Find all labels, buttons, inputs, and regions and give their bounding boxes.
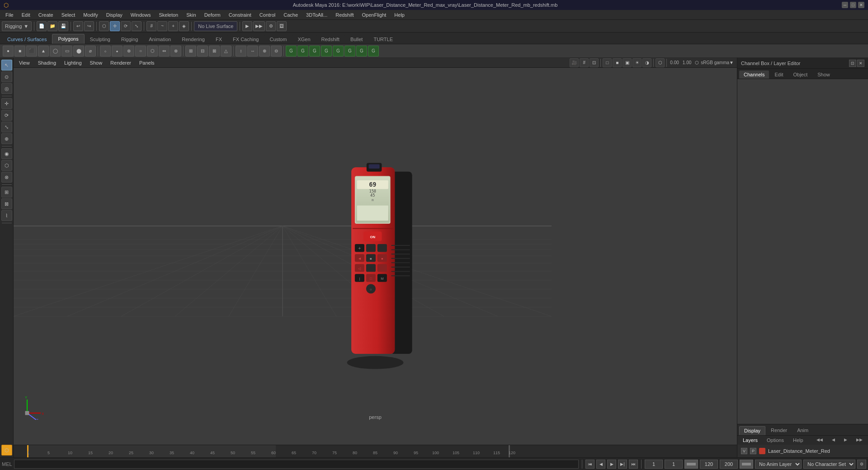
tab-rendering[interactable]: Rendering xyxy=(176,35,210,44)
move-tool-btn[interactable]: ✛ xyxy=(110,21,120,31)
shelf-ring-select-icon[interactable]: ↔ xyxy=(247,46,258,56)
move-tool[interactable]: ✛ xyxy=(1,98,12,109)
tab-turtle[interactable]: TURTLE xyxy=(368,35,398,44)
subtab-help[interactable]: Help xyxy=(789,437,807,444)
vp-menu-shading[interactable]: Shading xyxy=(34,59,60,66)
shelf-green7-icon[interactable]: G xyxy=(356,46,367,56)
shelf-green1-icon[interactable]: G xyxy=(286,46,297,56)
open-scene-btn[interactable]: 📁 xyxy=(47,21,57,31)
render-settings-btn[interactable]: ⚙ xyxy=(266,21,276,31)
menu-windows[interactable]: Windows xyxy=(127,11,155,19)
end-frame-input[interactable] xyxy=(700,460,718,469)
subtab-layers[interactable]: Layers xyxy=(739,437,761,444)
render-btn[interactable]: ▶ xyxy=(242,21,252,31)
snap-view-btn[interactable]: ◈ xyxy=(179,21,189,31)
tab-polygons[interactable]: Polygons xyxy=(52,34,84,44)
tab-object[interactable]: Object xyxy=(788,70,812,79)
goto-start-btn[interactable]: ⏮ xyxy=(585,460,594,469)
shelf-mirror-icon[interactable]: ⇔ xyxy=(159,46,170,56)
shelf-fill-icon[interactable]: ○ xyxy=(135,46,146,56)
layer-playback-btn[interactable]: P xyxy=(750,448,756,454)
shelf-extract-icon[interactable]: ⊠ xyxy=(209,46,220,56)
mel-command-input[interactable] xyxy=(14,460,579,469)
step-fwd-btn[interactable]: ▶| xyxy=(618,460,627,469)
rigging-dropdown[interactable]: Rigging ▼ xyxy=(2,21,32,31)
shelf-triangulate-icon[interactable]: △ xyxy=(221,46,231,56)
menu-help[interactable]: Help xyxy=(391,11,408,19)
vp-hud-btn[interactable]: ⊡ xyxy=(590,58,599,67)
timeline[interactable]: 1 5 10 15 20 25 30 35 40 45 50 55 60 65 … xyxy=(14,445,737,457)
menu-skin[interactable]: Skin xyxy=(183,11,199,19)
display-tab-display[interactable]: Display xyxy=(739,426,765,435)
snap-point-tool[interactable]: ⊠ xyxy=(1,198,12,209)
shelf-green2-icon[interactable]: G xyxy=(297,46,308,56)
workspace-icon[interactable]: ⬡ xyxy=(1,445,12,456)
shelf-green8-icon[interactable]: G xyxy=(368,46,379,56)
shelf-green6-icon[interactable]: G xyxy=(344,46,355,56)
shelf-append-icon[interactable]: ⊕ xyxy=(123,46,134,56)
shelf-pipe-icon[interactable]: ⌀ xyxy=(85,46,96,56)
snap-curve-tool[interactable]: ⌇ xyxy=(1,210,12,221)
minimize-button[interactable]: ─ xyxy=(842,2,848,8)
layer-nav-next[interactable]: ▶ xyxy=(840,437,851,444)
vp-menu-renderer[interactable]: Renderer xyxy=(107,59,135,66)
shelf-disk-icon[interactable]: ⬤ xyxy=(73,46,84,56)
close-button[interactable]: ✕ xyxy=(858,2,864,8)
shelf-bridge-icon[interactable]: ⬥ xyxy=(112,46,123,56)
vp-grid-btn[interactable]: # xyxy=(580,58,589,67)
show-manip-tool[interactable]: ⊗ xyxy=(1,172,12,183)
tab-show[interactable]: Show xyxy=(813,70,835,79)
subtab-options[interactable]: Options xyxy=(763,437,788,444)
vp-light-btn[interactable]: ☀ xyxy=(632,58,642,67)
menu-redshift[interactable]: Redshift xyxy=(332,11,357,19)
undo-btn[interactable]: ↩ xyxy=(73,21,83,31)
shelf-green4-icon[interactable]: G xyxy=(321,46,332,56)
display-tab-anim[interactable]: Anim xyxy=(793,426,813,435)
menu-display[interactable]: Display xyxy=(103,11,126,19)
menu-modify[interactable]: Modify xyxy=(80,11,101,19)
shelf-separate-icon[interactable]: ⊟ xyxy=(197,46,208,56)
layer-nav-prev[interactable]: ◀ xyxy=(828,437,839,444)
vp-camera-btn[interactable]: 🎥 xyxy=(570,58,579,67)
layer-color-swatch[interactable] xyxy=(759,448,765,454)
shelf-cylinder-icon[interactable]: ⬛ xyxy=(26,46,37,56)
new-scene-btn[interactable]: 📄 xyxy=(37,21,47,31)
shelf-shrink-select-icon[interactable]: ⊖ xyxy=(271,46,282,56)
panel-close-btn[interactable]: ✕ xyxy=(857,60,864,67)
snap-grid-btn[interactable]: # xyxy=(146,21,156,31)
tab-bullet[interactable]: Bullet xyxy=(345,35,368,44)
vp-menu-panels[interactable]: Panels xyxy=(136,59,158,66)
menu-create[interactable]: Create xyxy=(35,11,57,19)
paint-select-tool[interactable]: ◎ xyxy=(1,83,12,94)
scale-tool-btn[interactable]: ⤡ xyxy=(132,21,142,31)
snap-grid-tool[interactable]: ⊞ xyxy=(1,187,12,197)
tab-custom[interactable]: Custom xyxy=(264,35,292,44)
shelf-plane-icon[interactable]: ▭ xyxy=(61,46,72,56)
current-frame-input[interactable] xyxy=(665,460,683,469)
soft-mod-tool[interactable]: ◉ xyxy=(1,148,12,159)
tab-animation[interactable]: Animation xyxy=(143,35,176,44)
tab-channels[interactable]: Channels xyxy=(739,70,769,79)
anim-layer-select[interactable]: No Anim Layer xyxy=(755,460,802,469)
menu-control[interactable]: Control xyxy=(256,11,279,19)
goto-end-btn[interactable]: ⏭ xyxy=(629,460,638,469)
menu-file[interactable]: File xyxy=(2,11,17,19)
start-frame-input[interactable] xyxy=(645,460,663,469)
tab-xgen[interactable]: XGen xyxy=(292,35,316,44)
layer-item[interactable]: V P Laser_Distance_Meter_Red xyxy=(739,446,866,456)
shelf-cube-icon[interactable]: ■ xyxy=(14,46,25,56)
shelf-green5-icon[interactable]: G xyxy=(333,46,344,56)
max-frame-input[interactable] xyxy=(720,460,738,469)
lasso-tool[interactable]: ⊙ xyxy=(1,71,12,82)
ipr-btn[interactable]: ▶▶ xyxy=(253,21,265,31)
vp-menu-view[interactable]: View xyxy=(15,59,33,66)
save-scene-btn[interactable]: 💾 xyxy=(58,21,68,31)
layer-nav-left[interactable]: ◀◀ xyxy=(813,437,826,444)
shelf-loop-select-icon[interactable]: ↕ xyxy=(236,46,246,56)
universal-manip-tool[interactable]: ⊕ xyxy=(1,133,12,144)
show-render-btn[interactable]: 🖼 xyxy=(277,21,287,31)
vp-menu-show[interactable]: Show xyxy=(86,59,106,66)
vp-shadow-btn[interactable]: ◑ xyxy=(642,58,651,67)
maximize-button[interactable]: □ xyxy=(850,2,856,8)
panel-float-btn[interactable]: ⊡ xyxy=(849,60,856,67)
